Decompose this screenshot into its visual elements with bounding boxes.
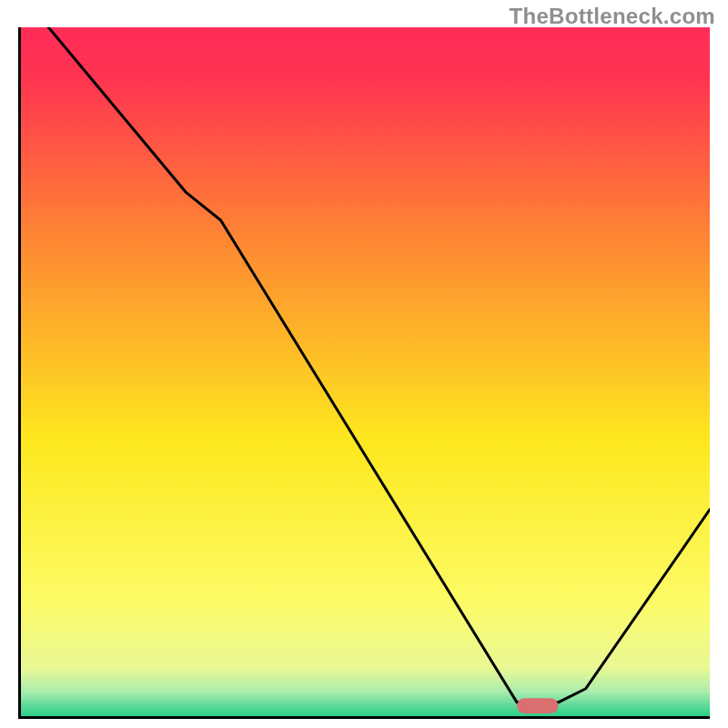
gradient-rect <box>21 27 710 716</box>
watermark-text: TheBottleneck.com <box>510 4 715 29</box>
optimum-marker <box>517 698 558 713</box>
plot-area <box>18 27 710 719</box>
chart-frame: TheBottleneck.com <box>0 0 728 728</box>
chart-svg <box>21 27 710 716</box>
